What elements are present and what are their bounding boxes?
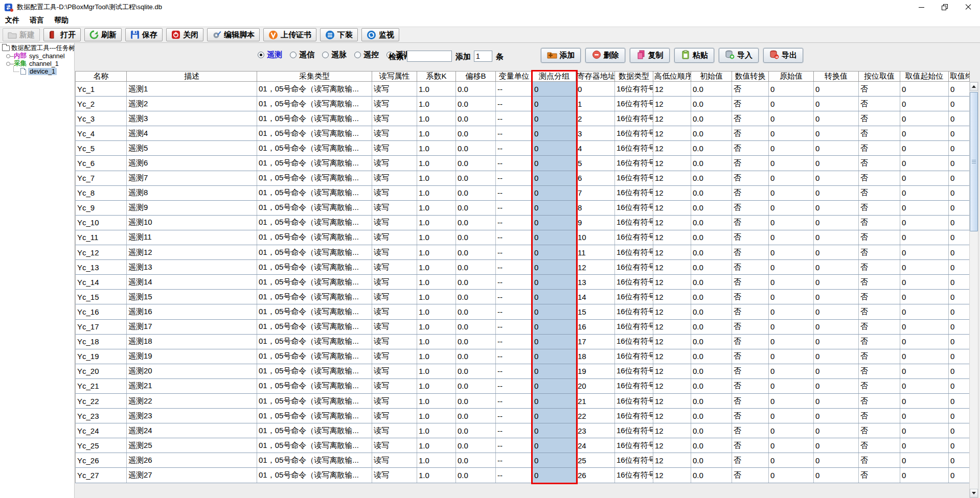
table-cell[interactable]: 0 <box>900 82 949 97</box>
table-cell[interactable]: 0.0 <box>691 275 732 290</box>
table-cell[interactable]: 1.0 <box>417 230 456 245</box>
table-cell[interactable]: 0.0 <box>691 290 732 304</box>
table-cell[interactable]: 0 <box>769 126 814 141</box>
table-cell[interactable]: 0 <box>533 82 576 97</box>
table-cell[interactable]: Yc_3 <box>76 111 127 126</box>
table-cell[interactable]: 1.0 <box>417 378 456 393</box>
table-cell[interactable]: Yc_20 <box>76 364 127 378</box>
table-cell[interactable]: 0.0 <box>691 215 732 230</box>
table-cell[interactable]: 0 <box>576 82 615 97</box>
table-cell[interactable]: 否 <box>859 215 900 230</box>
table-cell[interactable]: 16位有符号 <box>615 290 653 304</box>
table-cell[interactable]: 读写 <box>372 156 417 171</box>
table-cell[interactable]: 读写 <box>372 423 417 438</box>
table-cell[interactable]: 01，05号命令（读写离散输... <box>257 230 372 245</box>
table-cell[interactable]: 遥测16 <box>127 304 257 319</box>
table-cell[interactable]: 23 <box>576 423 615 438</box>
table-cell[interactable]: 0 <box>814 200 859 215</box>
table-cell[interactable]: 遥测26 <box>127 453 257 468</box>
table-cell[interactable]: 0 <box>533 171 576 185</box>
table-cell[interactable]: 1.0 <box>417 215 456 230</box>
table-cell[interactable]: 12 <box>653 409 691 423</box>
table-cell[interactable]: 0.0 <box>691 97 732 111</box>
table-cell[interactable]: 0.0 <box>456 453 496 468</box>
table-cell[interactable]: Yc_8 <box>76 185 127 200</box>
table-cell[interactable]: 遥测1 <box>127 82 257 97</box>
table-cell[interactable]: -- <box>496 156 533 171</box>
table-cell[interactable]: 读写 <box>372 126 417 141</box>
table-cell[interactable]: 0 <box>949 334 970 349</box>
table-cell[interactable]: 0 <box>949 260 970 275</box>
table-cell[interactable]: 0.0 <box>456 378 496 393</box>
table-cell[interactable]: 读写 <box>372 97 417 111</box>
table-cell[interactable]: 0.0 <box>456 82 496 97</box>
table-cell[interactable]: 否 <box>859 334 900 349</box>
table-cell[interactable]: 读写 <box>372 364 417 378</box>
action-button-导入[interactable]: 导入 <box>719 48 759 63</box>
table-cell[interactable]: 读写 <box>372 290 417 304</box>
table-cell[interactable]: 16位有符号 <box>615 409 653 423</box>
table-cell[interactable]: 1.0 <box>417 438 456 453</box>
table-cell[interactable]: -- <box>496 230 533 245</box>
table-cell[interactable]: -- <box>496 453 533 468</box>
table-cell[interactable]: 12 <box>653 141 691 156</box>
table-cell[interactable]: 1.0 <box>417 111 456 126</box>
radio-遥测[interactable]: 遥测 <box>258 50 282 60</box>
table-cell[interactable]: 0 <box>900 171 949 185</box>
table-cell[interactable]: 01，05号命令（读写离散输... <box>257 97 372 111</box>
restore-button[interactable] <box>933 0 956 14</box>
table-cell[interactable]: 1.0 <box>417 185 456 200</box>
table-cell[interactable]: 6 <box>576 171 615 185</box>
table-cell[interactable]: 0 <box>814 468 859 483</box>
table-cell[interactable]: -- <box>496 319 533 334</box>
table-cell[interactable]: 01，05号命令（读写离散输... <box>257 409 372 423</box>
table-cell[interactable]: 否 <box>859 126 900 141</box>
table-cell[interactable]: 0.0 <box>456 304 496 319</box>
table-cell[interactable]: 0.0 <box>456 171 496 185</box>
table-cell[interactable]: 否 <box>859 319 900 334</box>
table-cell[interactable]: 0 <box>949 304 970 319</box>
table-cell[interactable]: 0 <box>769 97 814 111</box>
table-cell[interactable]: 0 <box>949 156 970 171</box>
table-cell[interactable]: 12 <box>653 304 691 319</box>
table-cell[interactable]: 0 <box>814 364 859 378</box>
table-cell[interactable]: 遥测2 <box>127 97 257 111</box>
table-cell[interactable]: 0 <box>949 290 970 304</box>
table-cell[interactable]: 否 <box>732 334 769 349</box>
table-cell[interactable]: 16 <box>576 319 615 334</box>
table-cell[interactable]: 否 <box>859 111 900 126</box>
table-cell[interactable]: -- <box>496 290 533 304</box>
table-cell[interactable]: 否 <box>859 245 900 260</box>
table-cell[interactable]: 否 <box>732 215 769 230</box>
table-cell[interactable]: 16位有符号 <box>615 82 653 97</box>
column-header-系数K[interactable]: 系数K <box>417 72 456 82</box>
table-cell[interactable]: 0 <box>949 349 970 364</box>
radio-遥脉[interactable]: 遥脉 <box>322 50 347 60</box>
table-cell[interactable]: 否 <box>732 468 769 483</box>
table-cell[interactable]: Yc_26 <box>76 453 127 468</box>
scroll-down-button[interactable] <box>970 489 978 497</box>
table-cell[interactable]: 01，05号命令（读写离散输... <box>257 423 372 438</box>
table-cell[interactable]: 0 <box>814 349 859 364</box>
table-cell[interactable]: Yc_13 <box>76 260 127 275</box>
table-cell[interactable]: 读写 <box>372 304 417 319</box>
table-cell[interactable]: 0 <box>769 111 814 126</box>
table-cell[interactable]: 12 <box>576 260 615 275</box>
table-cell[interactable]: 0 <box>949 393 970 408</box>
table-cell[interactable]: 0 <box>900 409 949 423</box>
table-cell[interactable]: 01，05号命令（读写离散输... <box>257 304 372 319</box>
action-button-导出[interactable]: 导出 <box>763 48 803 63</box>
table-cell[interactable]: 0 <box>814 319 859 334</box>
table-cell[interactable]: 01，05号命令（读写离散输... <box>257 364 372 378</box>
table-cell[interactable]: 0.0 <box>691 334 732 349</box>
table-cell[interactable]: 1.0 <box>417 275 456 290</box>
table-cell[interactable]: 01，05号命令（读写离散输... <box>257 82 372 97</box>
table-cell[interactable]: 遥测3 <box>127 111 257 126</box>
table-cell[interactable]: 0.0 <box>691 185 732 200</box>
table-cell[interactable]: 0 <box>769 245 814 260</box>
table-cell[interactable]: 01，05号命令（读写离散输... <box>257 334 372 349</box>
tree-node-channel-1[interactable]: 采集 channel_1 <box>0 60 74 67</box>
table-cell[interactable]: 遥测4 <box>127 126 257 141</box>
table-cell[interactable]: 01，05号命令（读写离散输... <box>257 393 372 408</box>
table-cell[interactable]: 1.0 <box>417 126 456 141</box>
